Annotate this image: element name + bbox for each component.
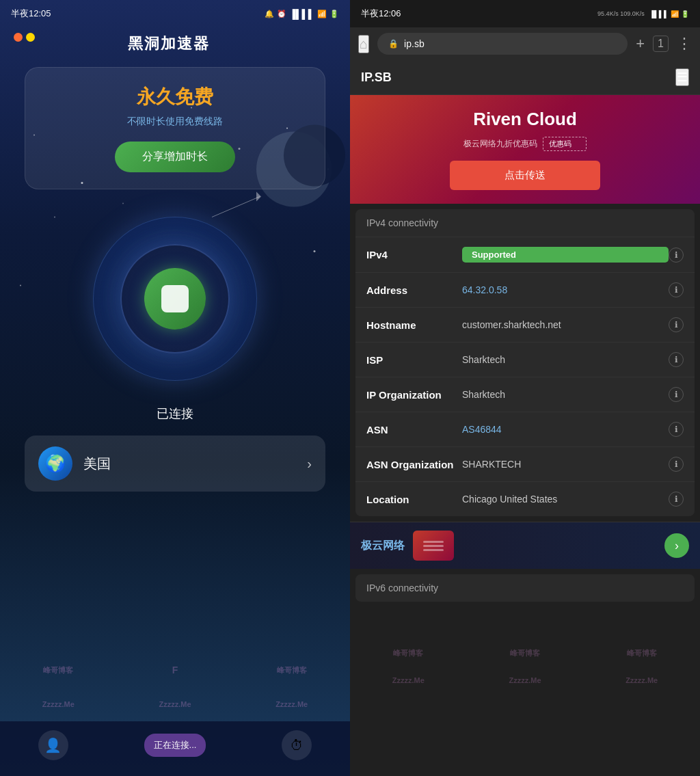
- speed-display: 95.4K/s 109.0K/s: [597, 10, 645, 17]
- banner-line-3: [423, 549, 444, 551]
- ipv4-section: IPv4 connectivity IPv4 Supported ℹ Addre…: [355, 209, 695, 516]
- ip-org-label: IP Organization: [366, 389, 462, 401]
- battery-icon-right: 🔋: [681, 10, 689, 18]
- banner-next-button[interactable]: ›: [664, 533, 689, 558]
- logo-circles: [14, 33, 36, 55]
- bottom-nav: 👤 正在连接... ⏱: [0, 721, 350, 776]
- hostname-info-icon[interactable]: ℹ: [669, 317, 684, 332]
- status-icons-right: 95.4K/s 109.0K/s ▐▌▌▌ 📶 🔋: [597, 10, 689, 18]
- address-value[interactable]: 64.32.0.58: [462, 284, 669, 295]
- inner-ring: [120, 244, 230, 353]
- banner-line-2: [423, 545, 444, 547]
- isp-info-icon[interactable]: ℹ: [669, 352, 684, 367]
- ad-title: Riven Cloud: [361, 109, 689, 130]
- asn-org-value: SHARKTECH: [462, 459, 669, 470]
- ad-send-button[interactable]: 点击传送: [450, 161, 600, 190]
- svg-marker-14: [256, 192, 261, 202]
- svg-point-8: [314, 250, 316, 252]
- location-info-icon[interactable]: ℹ: [669, 492, 684, 507]
- svg-point-6: [327, 169, 329, 170]
- address-label: Address: [366, 284, 462, 296]
- svg-point-7: [20, 285, 21, 286]
- signal-bars-left: ▐▌▌▌: [289, 9, 314, 19]
- free-title: 永久免费: [39, 84, 311, 110]
- ip-org-value: Sharktech: [462, 389, 669, 400]
- ad-banner: Riven Cloud 极云网络九折优惠码 优惠码 点击传送: [350, 95, 700, 204]
- status-bar-left: 半夜12:05 🔔 ⏰ ▐▌▌▌ 📶 🔋: [0, 0, 350, 27]
- banner-thumbnail: [413, 531, 454, 561]
- browser-tabs-button[interactable]: 1: [653, 36, 669, 52]
- ipv4-info-icon[interactable]: ℹ: [669, 247, 684, 263]
- asn-org-label: ASN Organization: [366, 459, 462, 470]
- browser-home-button[interactable]: ⌂: [358, 35, 369, 53]
- connected-status-text: 已连接: [157, 405, 193, 422]
- chevron-right-icon: ›: [307, 456, 312, 472]
- ipsb-site-header: IP.SB ☰: [350, 60, 700, 95]
- share-button[interactable]: 分享增加时长: [115, 142, 235, 172]
- banner-line-1: [423, 541, 444, 543]
- outer-ring: [93, 217, 257, 381]
- hostname-label: Hostname: [366, 319, 462, 331]
- signal-bars-right: ▐▌▌▌: [649, 10, 669, 18]
- asn-info-icon[interactable]: ℹ: [669, 422, 684, 437]
- nav-timer[interactable]: ⏱: [282, 730, 312, 760]
- app-header: 黑洞加速器: [0, 27, 350, 60]
- app-title: 黑洞加速器: [128, 34, 210, 54]
- timer-icon: ⏱: [282, 730, 312, 760]
- ipv4-row: IPv4 Supported ℹ: [355, 237, 695, 273]
- time-left: 半夜12:05: [11, 8, 51, 20]
- ipv6-section-header: IPv6 connectivity: [355, 574, 695, 602]
- country-selector[interactable]: 🌍 美国 ›: [25, 436, 325, 492]
- location-value: Chicago United States: [462, 494, 669, 505]
- hamburger-menu-button[interactable]: ☰: [675, 68, 689, 86]
- ip-org-row: IP Organization Sharktech ℹ: [355, 377, 695, 412]
- isp-label: ISP: [366, 354, 462, 366]
- free-subtitle: 不限时长使用免费线路: [39, 116, 311, 128]
- browser-content: IP.SB ☰ Riven Cloud 极云网络九折优惠码 优惠码 点击传送 I…: [350, 60, 700, 776]
- content-card: 永久免费 不限时长使用免费线路 分享增加时长: [25, 67, 325, 189]
- bottom-promotion-banner: 极云网络 ›: [350, 522, 700, 569]
- ipsb-site-title: IP.SB: [361, 70, 392, 85]
- connecting-label: 正在连接...: [144, 734, 206, 757]
- supported-badge: Supported: [462, 247, 669, 263]
- location-row: Location Chicago United States ℹ: [355, 482, 695, 516]
- status-icons-left: 🔔 ⏰ ▐▌▌▌ 📶 🔋: [265, 9, 339, 19]
- browser-more-button[interactable]: ⋮: [677, 35, 692, 53]
- ip-org-info-icon[interactable]: ℹ: [669, 387, 684, 402]
- banner-logo-text: 极云网络: [361, 539, 405, 553]
- ad-subtitle-text: 极云网络九折优惠码: [463, 138, 537, 150]
- asn-org-info-icon[interactable]: ℹ: [669, 457, 684, 472]
- browser-add-tab-button[interactable]: +: [636, 35, 645, 53]
- vpn-connect-button[interactable]: [144, 268, 206, 330]
- logo-circle-2: [26, 33, 35, 42]
- asn-label: ASN: [366, 424, 462, 436]
- banner-thumb-content: [423, 541, 444, 551]
- wifi-icon-left: 📶: [317, 10, 327, 18]
- asn-value[interactable]: AS46844: [462, 424, 669, 435]
- banner-logo-area: 极云网络: [361, 539, 405, 553]
- country-globe-icon: 🌍: [38, 446, 72, 481]
- ipv4-label: IPv4: [366, 249, 462, 260]
- isp-value: Sharktech: [462, 354, 669, 365]
- battery-icon-left: 🔋: [329, 10, 339, 18]
- address-row: Address 64.32.0.58 ℹ: [355, 273, 695, 308]
- outer-glow: [79, 203, 271, 394]
- nav-profile[interactable]: 👤: [38, 730, 68, 760]
- vpn-button-inner-icon: [161, 285, 189, 312]
- watermark-left: 峰哥博客 F 峰哥博客 Zzzzz.Me Zzzzz.Me Zzzzz.Me: [0, 653, 350, 721]
- address-info-icon[interactable]: ℹ: [669, 282, 684, 297]
- clock-icon: ⏰: [277, 10, 286, 18]
- country-name: 美国: [83, 455, 296, 473]
- hostname-row: Hostname customer.sharktech.net ℹ: [355, 308, 695, 343]
- logo-circle-1: [14, 33, 23, 42]
- browser-actions: + 1 ⋮: [636, 35, 692, 53]
- lock-icon: 🔒: [388, 39, 399, 49]
- asn-org-row: ASN Organization SHARKTECH ℹ: [355, 447, 695, 482]
- left-panel: 半夜12:05 🔔 ⏰ ▐▌▌▌ 📶 🔋 黑洞加速器 永久免费 不限时长使用免费…: [0, 0, 350, 776]
- asn-row: ASN AS46844 ℹ: [355, 412, 695, 447]
- isp-row: ISP Sharktech ℹ: [355, 343, 695, 377]
- browser-url-bar[interactable]: 🔒 ip.sb: [377, 33, 628, 55]
- notification-icon: 🔔: [265, 10, 274, 18]
- browser-toolbar: ⌂ 🔒 ip.sb + 1 ⋮: [350, 27, 700, 60]
- url-display: ip.sb: [404, 38, 425, 49]
